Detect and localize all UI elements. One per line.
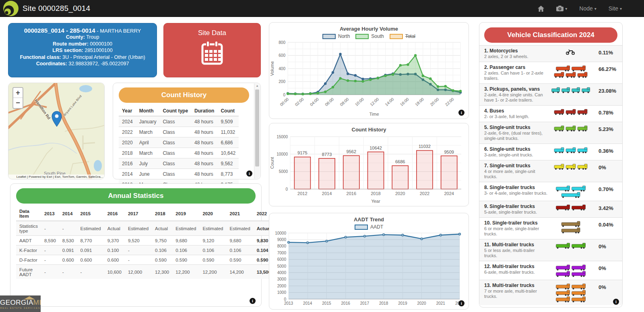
vehicle-class-description: 2- or 3-axle, full length. bbox=[484, 114, 549, 119]
count-history-table: YearMonthCount typeDurationCount 2024Jan… bbox=[119, 106, 239, 189]
vehicle-class-3-icon bbox=[551, 87, 591, 94]
vehicle-class-4-icon bbox=[551, 109, 591, 115]
table-row: 2018MarchClass48 hours10,642 bbox=[119, 148, 239, 158]
site-info-row: Coordinates: 32.98833972, -85.0022097 bbox=[8, 60, 157, 67]
legend-label: AADT bbox=[370, 224, 383, 230]
count-history-header: Count History bbox=[119, 87, 249, 103]
chart-legend: NorthSouthTotal bbox=[269, 33, 469, 40]
table-row: 2022MarchClass48 hours11,032 bbox=[119, 127, 239, 137]
table-row: 2020AprilClass48 hours6,686 bbox=[119, 137, 239, 148]
vehicle-class-row: 5. Single-unit trucks2-axle, 6-tire, (du… bbox=[479, 122, 622, 144]
svg-text:2014: 2014 bbox=[303, 301, 312, 306]
site-info-card: 0000285_0014 - 285-0014 - MARTHA BERRY C… bbox=[8, 23, 157, 77]
legend-label: Total bbox=[405, 33, 415, 39]
app-logo-icon[interactable] bbox=[2, 0, 19, 17]
annual-statistics-table: Data Item2013201420152016201720182019202… bbox=[16, 207, 274, 279]
column-header: Data Item bbox=[16, 207, 41, 221]
node-menu[interactable]: Node ▾ bbox=[579, 5, 597, 12]
vehicle-class-description: 7 or more axle, multi-trailer trucks. bbox=[484, 289, 549, 299]
vehicle-class-name: 7. Single-unit trucks bbox=[484, 163, 549, 168]
info-icon[interactable]: i bbox=[246, 171, 252, 177]
svg-text:2012: 2012 bbox=[297, 191, 307, 196]
vehicle-class-row: 1. Motorcycles2 axles, 2 or 3 wheels.0.1… bbox=[479, 45, 622, 62]
vehicle-class-percentage: 0.11% bbox=[593, 48, 618, 56]
camera-menu[interactable]: ▾ bbox=[556, 6, 567, 11]
vehicle-class-row: 3. Pickups, panels, vans2-axle, 4-tire s… bbox=[479, 83, 622, 105]
svg-text:5000: 5000 bbox=[279, 169, 288, 174]
vehicle-class-description: 2-axle, 4-tire single units. Can have 1-… bbox=[484, 92, 549, 103]
legend-label: North bbox=[338, 33, 350, 39]
home-button[interactable] bbox=[538, 6, 544, 12]
svg-text:18:00: 18:00 bbox=[414, 97, 425, 107]
vehicle-class-row: 11. Multi-trailer trucks5 or less axle, … bbox=[479, 239, 622, 261]
column-header: Duration bbox=[191, 106, 217, 116]
navbar: Site 0000285_0014 ▾ Node ▾ Site ▾ bbox=[0, 0, 644, 17]
legend-swatch bbox=[355, 225, 368, 230]
vehicle-class-11-icon bbox=[551, 243, 591, 249]
vehicle-class-name: 8. Single-trailer trucks bbox=[484, 185, 549, 190]
site-menu[interactable]: Site ▾ bbox=[609, 5, 622, 12]
map[interactable]: Hamilton Rd Bryant Lake Blvd South Pine … bbox=[8, 83, 105, 179]
map-zoom-control: + − bbox=[12, 87, 23, 109]
svg-text:08:00: 08:00 bbox=[339, 97, 350, 107]
vehicle-class-description: 6-axle, multi-trailer trucks. bbox=[484, 270, 549, 275]
svg-text:0: 0 bbox=[283, 93, 285, 97]
legend-item[interactable]: AADT bbox=[355, 224, 383, 230]
vehicle-class-7-icon bbox=[551, 164, 591, 170]
table-row: Statistics type--EstimatedActualEstimate… bbox=[16, 221, 274, 236]
scrollbar[interactable]: ▲ bbox=[254, 83, 260, 179]
table-row: 2016JulyClass48 hours9,562 bbox=[119, 158, 239, 169]
column-header: 2019 bbox=[172, 207, 199, 221]
legend-item[interactable]: North bbox=[322, 33, 350, 39]
svg-text:600: 600 bbox=[279, 53, 285, 58]
vehicle-class-name: 1. Motorcycles bbox=[484, 48, 549, 54]
page-title: Site 0000285_0014 bbox=[23, 4, 90, 13]
calendar-icon bbox=[200, 40, 224, 65]
legend-item[interactable]: Total bbox=[390, 33, 415, 39]
info-icon[interactable]: i bbox=[250, 298, 256, 304]
georgia-mls-logo[interactable]: GEORGIAMLS REAL ESTATE SERVICES bbox=[0, 295, 41, 312]
vehicle-class-row: 7. Single-unit trucks4 or more axle, sin… bbox=[479, 160, 622, 182]
svg-text:2016: 2016 bbox=[347, 191, 356, 196]
info-icon[interactable]: i bbox=[613, 299, 619, 305]
vehicle-class-5-icon bbox=[551, 125, 591, 132]
svg-text:2022: 2022 bbox=[420, 191, 429, 196]
aadt-trend-panel: AADT Trend AADT 010002000300040005000600… bbox=[269, 213, 469, 310]
site-info-row: LRS section: 2851000100 bbox=[8, 47, 157, 54]
svg-text:16:00: 16:00 bbox=[399, 97, 410, 107]
scroll-up-icon[interactable]: ▲ bbox=[254, 84, 260, 87]
site-data-button[interactable]: Site Data bbox=[163, 23, 261, 77]
svg-text:2017: 2017 bbox=[360, 301, 369, 306]
vehicle-class-9-icon bbox=[551, 204, 591, 211]
column-header: Count bbox=[217, 106, 239, 116]
svg-text:10000: 10000 bbox=[275, 231, 286, 235]
count-history-chart-panel: Count History 05000100001500091752012877… bbox=[269, 123, 469, 206]
chart-legend: AADT bbox=[269, 223, 469, 231]
info-icon[interactable]: i bbox=[458, 300, 464, 306]
vehicle-class-description: 5-axle, single-trailer trucks. bbox=[484, 210, 549, 215]
zoom-in-button[interactable]: + bbox=[13, 88, 23, 98]
vehicle-class-description: 4 or more axle, single-unit trucks. bbox=[484, 169, 549, 179]
zoom-out-button[interactable]: − bbox=[13, 98, 23, 108]
svg-text:20:00: 20:00 bbox=[429, 97, 440, 107]
svg-text:Count: Count bbox=[270, 157, 275, 168]
table-row: K-Factor-0.0910.0910.100-0.1060.1060.106… bbox=[16, 245, 274, 255]
vehicle-class-percentage: 3.42% bbox=[593, 204, 618, 211]
svg-text:2000: 2000 bbox=[277, 284, 287, 288]
column-header: 2020 bbox=[199, 207, 226, 221]
chevron-down-icon: ▾ bbox=[565, 6, 567, 11]
map-attribution[interactable]: Leaflet | Powered by Esri | Esri, TomTom… bbox=[8, 175, 104, 179]
svg-text:8000: 8000 bbox=[277, 244, 287, 248]
svg-text:2015: 2015 bbox=[322, 301, 331, 306]
info-icon[interactable]: i bbox=[458, 110, 464, 116]
vehicle-classification-list: 1. Motorcycles2 axles, 2 or 3 wheels.0.1… bbox=[479, 45, 622, 305]
svg-text:Year: Year bbox=[371, 199, 380, 204]
svg-text:2018: 2018 bbox=[379, 301, 388, 306]
chevron-down-icon: ▾ bbox=[620, 6, 622, 11]
vehicle-class-row: 2. Passenger cars2 axles. Can have 1- or… bbox=[479, 62, 622, 83]
svg-text:9562: 9562 bbox=[347, 149, 356, 154]
svg-text:2024: 2024 bbox=[444, 191, 454, 196]
vehicle-classification-panel: Vehicle Classification 2024 1. Motorcycl… bbox=[479, 22, 623, 308]
legend-item[interactable]: South bbox=[355, 33, 384, 39]
scrollbar-thumb[interactable] bbox=[255, 89, 259, 166]
